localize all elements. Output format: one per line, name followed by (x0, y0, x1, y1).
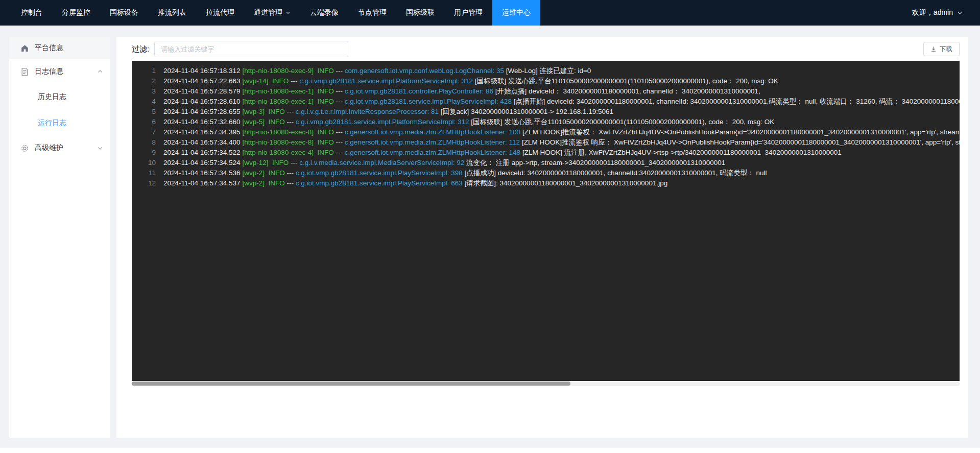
log-msg: [ZLM HOOK] 流注册, XwFtVZrtZbHJq4UV->rtsp->… (522, 149, 842, 156)
nav-item-pull-proxy[interactable]: 拉流代理 (196, 0, 244, 26)
footer-strip (0, 448, 980, 453)
log-ln: 10 (132, 158, 156, 168)
sidebar-item-history-log[interactable]: 历史日志 (9, 84, 110, 110)
nav-item-label: 拉流代理 (206, 8, 234, 17)
main-panel: 过滤: 下载 12024-11-04 16:57:18.312 [http-ni… (116, 37, 968, 438)
nav-item-label: 控制台 (21, 8, 42, 17)
nav-item-user-mgmt[interactable]: 用户管理 (444, 0, 492, 26)
log-line: 22024-11-04 16:57:22.663 [wvp-14] INFO -… (132, 76, 960, 86)
log-level: INFO (268, 169, 286, 177)
log-line: 92024-11-04 16:57:34.522 [http-nio-18080… (132, 148, 960, 158)
nav-item-console[interactable]: 控制台 (11, 0, 52, 26)
log-logger: c.g.i.vmp.gb28181.service.impl.PlatformS… (299, 77, 475, 85)
log-level: INFO (268, 179, 286, 187)
nav-item-cloud-record[interactable]: 云端录像 (300, 0, 348, 26)
nav-item-channel-mgmt[interactable]: 通道管理 (244, 0, 300, 26)
log-logger: c.g.i.v.media.service.impl.MediaServerSe… (299, 159, 466, 166)
log-logger: c.genersoft.iot.vmp.media.zlm.ZLMHttpHoo… (345, 128, 522, 136)
log-thread: [wvp-2] (242, 179, 268, 187)
log-logger: c.genersoft.iot.vmp.media.zlm.ZLMHttpHoo… (345, 149, 522, 156)
filter-label: 过滤: (132, 44, 149, 54)
log-msg: 流变化： 注册 app->rtp, stream->34020000001180… (466, 159, 725, 166)
log-msg: [回复ack] 34020000001310000001-> 192.168.1… (441, 108, 613, 115)
sidebar-item-maintenance[interactable]: 高级维护 (9, 136, 110, 160)
sidebar-item-runtime-log[interactable]: 运行日志 (9, 110, 110, 136)
nav-item-label: 分屏监控 (62, 8, 90, 17)
nav-item-label: 云端录像 (310, 8, 339, 17)
log-sep: --- (286, 108, 295, 115)
sidebar-subitem-label: 运行日志 (38, 118, 66, 128)
download-icon (930, 46, 937, 52)
log-ln: 9 (132, 148, 156, 158)
log-ln: 5 (132, 107, 156, 117)
log-msg: [ZLM HOOK]推流鉴权： XwFtVZrtZbHJq4UV->OnPubl… (522, 128, 960, 136)
log-time: 2024-11-04 16:57:18.312 (163, 67, 242, 75)
log-sep: --- (291, 159, 299, 166)
log-time: 2024-11-04 16:57:22.663 (163, 77, 242, 85)
log-sep: --- (336, 87, 344, 95)
log-sep: --- (336, 98, 344, 105)
log-ln: 6 (132, 117, 156, 127)
log-logger: c.g.iot.vmp.gb28181.service.impl.PlaySer… (345, 98, 514, 105)
log-logger: c.g.iot.vmp.gb28181.service.impl.PlaySer… (296, 179, 465, 187)
nav-item-push-list[interactable]: 推流列表 (148, 0, 196, 26)
chevron-down-icon (97, 145, 103, 151)
log-thread: [wvp-2] (242, 169, 268, 177)
log-line: 42024-11-04 16:57:28.610 [http-nio-18080… (132, 97, 960, 107)
log-level: INFO (268, 108, 286, 115)
log-line: 62024-11-04 16:57:32.660 [wvp-5] INFO --… (132, 117, 960, 127)
sidebar: 平台信息 日志信息 历史日志 运行日志 (9, 37, 110, 438)
log-ln: 7 (132, 127, 156, 137)
log-ln: 3 (132, 86, 156, 97)
welcome-text: 欢迎，admin (912, 8, 953, 17)
log-level: INFO (317, 67, 336, 75)
log-sep: --- (291, 77, 299, 85)
log-time: 2024-11-04 16:57:34.395 (163, 128, 242, 136)
log-msg: [开始点播] deviceId： 34020000001180000001, c… (495, 87, 760, 95)
log-level: INFO (317, 149, 336, 156)
nav-item-label: 国标设备 (110, 8, 138, 17)
log-line: 82024-11-04 16:57:34.400 [http-nio-18080… (132, 137, 960, 148)
log-line: 72024-11-04 16:57:34.395 [http-nio-18080… (132, 127, 960, 137)
horizontal-scrollbar[interactable] (132, 382, 960, 386)
log-ln: 12 (132, 178, 156, 188)
nav-item-label: 用户管理 (454, 8, 483, 17)
log-ln: 1 (132, 66, 156, 76)
log-sep: --- (286, 118, 295, 126)
log-level: INFO (317, 98, 336, 105)
nav-item-gb-devices[interactable]: 国标设备 (100, 0, 148, 26)
log-msg: [请求截图]: 34020000001180000001_34020000001… (465, 179, 668, 187)
log-thread: [wvp-3] (242, 108, 268, 115)
top-nav: 控制台 分屏监控 国标设备 推流列表 拉流代理 通道管理 云端录像 节点管理 国… (0, 0, 980, 26)
log-logger: c.genersoft.iot.vmp.media.zlm.ZLMHttpHoo… (345, 138, 522, 146)
gear-icon (20, 144, 29, 153)
log-line: 12024-11-04 16:57:18.312 [http-nio-18080… (132, 66, 960, 76)
log-ln: 8 (132, 137, 156, 148)
sidebar-item-log-info[interactable]: 日志信息 (9, 59, 110, 84)
log-msg: [国标级联] 发送心跳,平台11010500002000000001(11010… (471, 118, 774, 126)
nav-item-label: 运维中心 (502, 8, 531, 17)
scrollbar-thumb[interactable] (132, 382, 570, 386)
log-level: INFO (272, 77, 291, 85)
log-ln: 4 (132, 97, 156, 107)
log-thread: [wvp-12] (242, 159, 272, 166)
nav-item-label: 推流列表 (158, 8, 186, 17)
nav-item-node-mgmt[interactable]: 节点管理 (348, 0, 396, 26)
user-menu[interactable]: 欢迎，admin (912, 0, 963, 26)
document-icon (20, 67, 29, 76)
log-time: 2024-11-04 16:57:34.400 (163, 138, 242, 146)
log-thread: [http-nio-18080-exec-1] (242, 98, 317, 105)
log-console[interactable]: 12024-11-04 16:57:18.312 [http-nio-18080… (132, 61, 960, 381)
download-button[interactable]: 下载 (923, 42, 960, 56)
log-sep: --- (336, 138, 344, 146)
log-ln: 11 (132, 168, 156, 178)
nav-item-gb-cascade[interactable]: 国标级联 (396, 0, 444, 26)
log-msg: [ZLM HOOK]推流鉴权 响应： XwFtVZrtZbHJq4UV->OnP… (522, 138, 960, 146)
filter-input[interactable] (154, 41, 348, 57)
sidebar-item-platform-info[interactable]: 平台信息 (9, 37, 110, 59)
nav-item-split-monitor[interactable]: 分屏监控 (52, 0, 100, 26)
nav-spacer (540, 0, 912, 26)
log-logger: com.genersoft.iot.vmp.conf.webLog.LogCha… (345, 67, 506, 75)
log-thread: [http-nio-18080-exec-8] (242, 128, 317, 136)
nav-item-ops-center[interactable]: 运维中心 (492, 0, 540, 26)
